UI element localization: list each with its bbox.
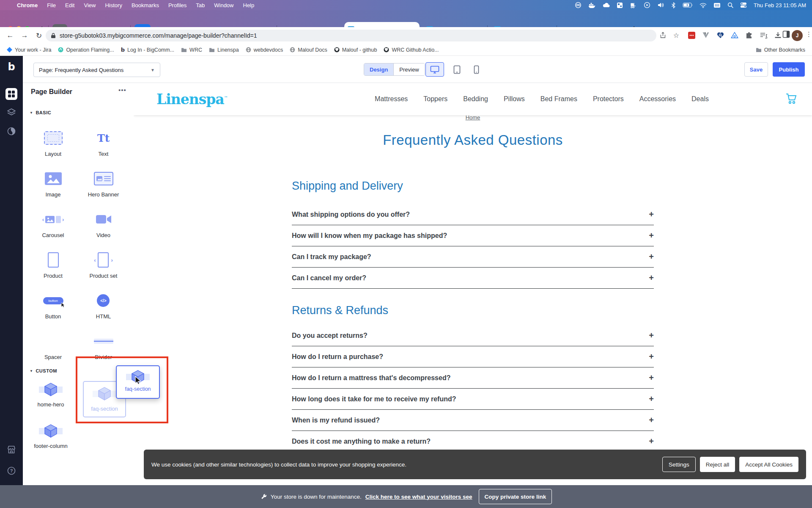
spotlight-search-icon[interactable]: [727, 2, 733, 8]
menu-edit[interactable]: Edit: [65, 2, 74, 8]
linenspa-logo[interactable]: Linenspa™: [156, 91, 228, 108]
plus-icon[interactable]: [649, 331, 654, 340]
menu-view[interactable]: View: [84, 2, 96, 8]
playlist-extension-icon[interactable]: [759, 30, 768, 40]
nav-toppers[interactable]: Toppers: [423, 95, 447, 103]
share-icon[interactable]: [658, 30, 667, 40]
desktop-view-button[interactable]: [425, 62, 444, 77]
browser-menu-icon[interactable]: ⋮: [806, 30, 812, 38]
bookmark-login-bigcommerce[interactable]: 𝗯Log In - BigComm...: [121, 47, 174, 53]
widget-layout[interactable]: Layout: [44, 126, 63, 167]
faq-question-row[interactable]: How will I know when my package has ship…: [292, 225, 654, 246]
axe-extension-icon[interactable]: [730, 30, 739, 40]
cookie-accept-all-button[interactable]: Accept All Cookies: [739, 457, 798, 472]
play-circle-icon[interactable]: [644, 2, 650, 8]
bookmark-malouf-docs[interactable]: Malouf Docs: [290, 47, 327, 53]
docker-icon[interactable]: [588, 2, 595, 8]
panel-menu-icon[interactable]: •••: [118, 86, 126, 94]
menu-profiles[interactable]: Profiles: [168, 2, 187, 8]
bluetooth-icon[interactable]: [671, 2, 676, 8]
wifi-icon[interactable]: [700, 3, 707, 8]
copy-private-store-link-button[interactable]: Copy private store link: [479, 489, 552, 504]
faq-question-row[interactable]: Do you accept returns?: [292, 325, 654, 346]
menu-window[interactable]: Window: [214, 2, 233, 8]
maintenance-link[interactable]: Click here to see what your visitors see: [365, 494, 472, 500]
faq-question-row[interactable]: How do I return a mattress that's decomp…: [292, 367, 654, 389]
custom-section-header[interactable]: ▼CUSTOM: [30, 368, 57, 373]
widget-home-hero[interactable]: home-hero: [30, 381, 72, 408]
sidebar-storefront-icon[interactable]: [0, 444, 23, 455]
vue-devtools-extension-icon[interactable]: [701, 30, 710, 40]
plus-icon[interactable]: [649, 415, 654, 425]
window-manager-icon[interactable]: [617, 2, 623, 8]
widget-html[interactable]: </> HTML: [96, 289, 111, 329]
faq-question-row[interactable]: When is my refund issued?: [292, 410, 654, 431]
reload-button[interactable]: ↻: [34, 30, 44, 41]
cookie-settings-button[interactable]: Settings: [662, 457, 696, 472]
bookmark-wrc-github-actions[interactable]: WRC Github Actio...: [384, 47, 439, 53]
nav-bed-frames[interactable]: Bed Frames: [540, 95, 577, 103]
plus-icon[interactable]: [649, 352, 654, 362]
publish-button[interactable]: Publish: [773, 62, 805, 77]
menu-file[interactable]: File: [47, 2, 56, 8]
bookmark-malouf-github[interactable]: Malouf - github: [334, 47, 377, 53]
faq-question-row[interactable]: Can I track my package?: [292, 246, 654, 268]
nav-pillows[interactable]: Pillows: [504, 95, 525, 103]
menu-history[interactable]: History: [105, 2, 122, 8]
address-bar[interactable]: store-g5ubotok03.mybigcommerce.com/manag…: [46, 30, 656, 41]
lastpass-extension-icon[interactable]: [687, 30, 696, 40]
save-button[interactable]: Save: [744, 62, 768, 77]
keyboard-input-icon[interactable]: [713, 3, 721, 8]
forklift-icon[interactable]: [630, 2, 637, 8]
breadcrumb-home-link[interactable]: Home: [466, 114, 480, 121]
menu-help[interactable]: Help: [243, 2, 255, 8]
forward-button[interactable]: →: [19, 30, 30, 41]
cart-icon[interactable]: [785, 92, 798, 105]
bookmark-your-work-jira[interactable]: Your work - Jira: [7, 47, 51, 53]
basic-section-header[interactable]: ▼BASIC: [30, 110, 51, 115]
menu-tab[interactable]: Tab: [196, 2, 205, 8]
nav-mattresses[interactable]: Mattresses: [375, 95, 408, 103]
phone-view-button[interactable]: [467, 62, 486, 77]
bookmark-folder-wrc[interactable]: WRC: [181, 47, 202, 53]
faq-question-row[interactable]: What shipping options do you offer?: [292, 204, 654, 225]
volume-icon[interactable]: [657, 2, 664, 8]
widget-hero-banner[interactable]: Hero Banner: [88, 167, 119, 207]
plus-icon[interactable]: [649, 436, 654, 446]
nav-bedding[interactable]: Bedding: [463, 95, 488, 103]
sidebar-apps-icon[interactable]: [0, 88, 23, 100]
onedrive-icon[interactable]: [602, 3, 610, 8]
faq-question-row[interactable]: Does it cost me anything to make a retur…: [292, 431, 654, 452]
page-selector-dropdown[interactable]: Page: Frequently Asked Questions ▼: [33, 63, 160, 77]
nav-deals[interactable]: Deals: [691, 95, 709, 103]
tablet-view-button[interactable]: [447, 62, 466, 77]
sidebar-help-icon[interactable]: ?: [0, 466, 23, 476]
menu-bookmarks[interactable]: Bookmarks: [132, 2, 159, 8]
control-center-icon[interactable]: [740, 2, 747, 8]
preview-mode-button[interactable]: Preview: [393, 64, 424, 75]
plus-icon[interactable]: [649, 231, 654, 240]
sidebar-layers-icon[interactable]: [0, 108, 23, 118]
profile-avatar[interactable]: J: [792, 30, 803, 41]
lock-icon[interactable]: [51, 33, 56, 39]
bookmark-star-icon[interactable]: ☆: [672, 30, 681, 40]
widget-carousel[interactable]: ‹› Carousel: [42, 207, 64, 248]
creative-cloud-icon[interactable]: [575, 2, 582, 8]
back-button[interactable]: ←: [5, 30, 15, 41]
widget-text[interactable]: Tt Text: [97, 126, 110, 167]
widget-product[interactable]: Product: [44, 248, 63, 289]
plus-icon[interactable]: [649, 273, 654, 283]
menu-bar-clock[interactable]: Thu Feb 23 11:05 AM: [754, 2, 806, 8]
side-panel-icon[interactable]: [782, 30, 791, 39]
widget-product-set[interactable]: ‹› Product set: [90, 248, 118, 289]
cookie-reject-all-button[interactable]: Reject all: [700, 457, 735, 472]
extensions-puzzle-icon[interactable]: [744, 30, 754, 40]
bookmark-folder-linenspa[interactable]: Linenspa: [209, 47, 239, 53]
faq-question-row[interactable]: Can I cancel my order?: [292, 268, 654, 289]
widget-video[interactable]: Video: [96, 207, 111, 248]
download-icon[interactable]: [773, 30, 782, 40]
bookmark-operation-flaming[interactable]: Operation Flaming...: [58, 47, 114, 53]
nav-protectors[interactable]: Protectors: [593, 95, 624, 103]
sidebar-theme-icon[interactable]: [0, 126, 23, 136]
plus-icon[interactable]: [649, 252, 654, 262]
